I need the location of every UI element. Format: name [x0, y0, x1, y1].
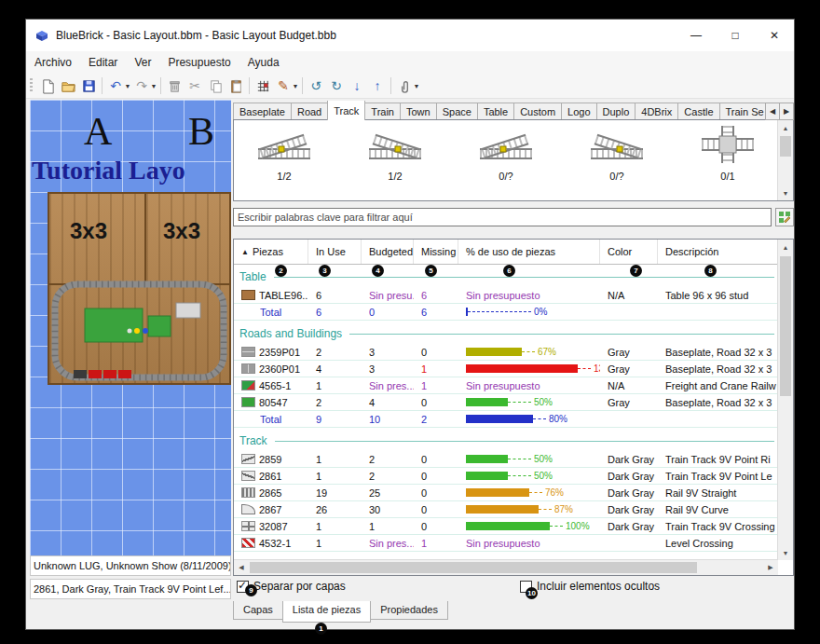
app-window: BlueBrick - Basic Layout.bbm - Basic Lay… [25, 19, 795, 630]
column-header-in-use[interactable]: In Use [308, 240, 362, 264]
layout-map[interactable]: A B Tutorial Layo 3x3 3x3 [30, 100, 231, 555]
paint-grid-icon [255, 78, 271, 94]
table-row-2861[interactable]: 2861 1 2 0 50% Dark Gray Train Track 9V … [234, 468, 778, 485]
tab-propiedades[interactable]: Propiedades [370, 601, 448, 620]
menu-ver[interactable]: Ver [126, 51, 159, 74]
tab-lista-de-piezas[interactable]: Lista de piezas [282, 601, 371, 623]
budget-horizontal-scrollbar[interactable]: ◀ ▶ [234, 559, 778, 575]
paste-button[interactable] [226, 75, 246, 96]
tab-town[interactable]: Town [400, 103, 437, 120]
minimize-button[interactable]: — [676, 20, 716, 51]
table-row-32087[interactable]: 32087 1 1 0 100% Dark Gray Train Track 9… [234, 518, 778, 535]
parts-scrollbar[interactable]: ▲ ▼ [777, 120, 793, 200]
part-thumbnail[interactable]: 0/1 [694, 124, 761, 182]
maximize-button[interactable]: □ [716, 20, 755, 51]
table-row-2359p01[interactable]: 2359P01 2 3 0 67% Gray Baseplate, Road 3… [234, 344, 778, 361]
send-backward-button[interactable]: ↓ [347, 75, 367, 96]
table-row-2865[interactable]: 2865 19 25 0 76% Dark Gray Rail 9V Strai… [234, 485, 778, 501]
rotate-cw-button[interactable]: ↻ [326, 75, 347, 96]
scrollbar-thumb[interactable] [780, 136, 791, 157]
part-id: 2360P01 [259, 363, 300, 375]
part-thumbnail[interactable]: 1/2 [362, 124, 429, 182]
include-hidden-checkbox[interactable]: Incluir elementos ocultos [520, 580, 660, 593]
open-button[interactable] [58, 75, 78, 96]
table-row-2859[interactable]: 2859 1 2 0 50% Dark Gray Train Track 9V … [234, 451, 778, 468]
new-button[interactable] [37, 75, 58, 96]
column-header-budgeted[interactable]: Budgeted [362, 240, 414, 264]
part-id: 2861 [259, 471, 281, 482]
tab-custom[interactable]: Custom [513, 103, 562, 120]
tab-capas[interactable]: Capas [233, 601, 283, 620]
paint-grid-button[interactable] [253, 75, 273, 96]
tab-train[interactable]: Train [364, 103, 401, 120]
part-thumbnail[interactable]: 0/? [583, 124, 650, 182]
tab-castle[interactable]: Castle [677, 103, 719, 120]
toolbar-grip[interactable] [30, 78, 33, 93]
table-row-2360p01[interactable]: 2360P01 4 3 1 133% Gray Baseplate, Road … [234, 361, 778, 377]
tab-scroll-right-icon[interactable]: ▶ [779, 103, 794, 120]
annotation-10: 10 [526, 587, 538, 599]
tab-scroll-left-icon[interactable]: ◀ [765, 103, 780, 120]
save-button[interactable] [78, 75, 99, 96]
bring-forward-button[interactable]: ↑ [367, 75, 388, 96]
menu-presupuesto[interactable]: Presupuesto [159, 51, 239, 74]
column-header-piezas[interactable]: ▲ Piezas [234, 240, 308, 264]
scroll-up-icon[interactable]: ▲ [778, 120, 793, 135]
menu-editar[interactable]: Editar [80, 51, 126, 74]
copy-button[interactable] [205, 75, 226, 96]
scroll-down-icon[interactable]: ▼ [778, 545, 793, 560]
table-row-2867[interactable]: 2867 26 30 0 87% Dark Gray Rail 9V Curve [234, 501, 778, 518]
column-header-usage[interactable]: % de uso de piezas [458, 240, 600, 264]
library-tab-strip: Baseplate Road Track Train Town Space Ta… [233, 101, 794, 120]
title-bar[interactable]: BlueBrick - Basic Layout.bbm - Basic Lay… [26, 20, 794, 51]
trash-icon [167, 78, 183, 94]
scroll-right-icon[interactable]: ▶ [763, 560, 778, 575]
redo-button[interactable]: ↷ [131, 75, 152, 96]
part-thumbnail[interactable]: 1/2 [251, 124, 318, 182]
rotate-ccw-button[interactable]: ↺ [306, 75, 326, 96]
tab-road[interactable]: Road [291, 103, 328, 120]
close-button[interactable]: ✕ [755, 20, 794, 51]
column-header-description[interactable]: Descripción [658, 240, 778, 264]
budget-vertical-scrollbar[interactable]: ▲ ▼ [777, 240, 793, 560]
track-crossing-icon [699, 124, 757, 165]
menu-archivo[interactable]: Archivo [26, 51, 80, 74]
attach-button[interactable] [394, 75, 415, 96]
tab-train-sets[interactable]: Train Se [719, 103, 771, 120]
scrollbar-thumb[interactable] [780, 256, 791, 396]
filter-input[interactable] [233, 208, 772, 226]
undo-button[interactable]: ↶ [105, 75, 126, 96]
table-row-4532-1[interactable]: 4532-1 1 Sin pres... 1 Sin presupuesto L… [234, 535, 778, 552]
group-header-track: Track [234, 428, 778, 451]
draw-pen-button[interactable]: ✎ [273, 75, 294, 96]
tab-logo[interactable]: Logo [561, 103, 596, 120]
scroll-up-icon[interactable]: ▲ [778, 240, 793, 254]
delete-button[interactable] [164, 75, 184, 96]
part-id: 4532-1 [259, 538, 291, 549]
column-header-color[interactable]: Color [600, 240, 658, 264]
tab-table[interactable]: Table [477, 103, 514, 120]
menu-ayuda[interactable]: Ayuda [239, 51, 288, 74]
usage-bar: 100% [458, 521, 600, 531]
tab-track[interactable]: Track [327, 101, 365, 120]
table-row-4565-1[interactable]: 4565-1 1 Sin pres... 1 Sin presupuesto N… [234, 377, 778, 394]
column-header-missing[interactable]: Missing [414, 240, 458, 264]
cut-button[interactable]: ✂ [184, 75, 205, 96]
filter-edit-button[interactable] [775, 208, 794, 226]
scroll-down-icon[interactable]: ▼ [778, 185, 793, 200]
track-switch-icon [366, 124, 424, 165]
part-count: 0/? [472, 171, 540, 182]
missing-cell: 6 [414, 290, 458, 301]
group-name: Roads and Buildings [234, 327, 342, 340]
tab-4dbrix[interactable]: 4DBrix [635, 103, 678, 120]
tab-space[interactable]: Space [436, 103, 478, 120]
tab-baseplate[interactable]: Baseplate [233, 103, 292, 120]
draw-pen-icon: ✎ [278, 79, 289, 92]
part-thumbnail[interactable]: 0/? [472, 124, 540, 182]
table-row-table96[interactable]: TABLE96... 6 Sin presu... 6 Sin presupue… [234, 287, 778, 304]
annotation-3: 3 [319, 265, 331, 277]
tab-duplo[interactable]: Duplo [596, 103, 636, 120]
table-row-80547[interactable]: 80547 2 4 0 50% Gray Baseplate, Road 32 … [234, 394, 778, 411]
scrollbar-thumb[interactable] [250, 562, 697, 573]
scroll-left-icon[interactable]: ◀ [234, 560, 249, 575]
